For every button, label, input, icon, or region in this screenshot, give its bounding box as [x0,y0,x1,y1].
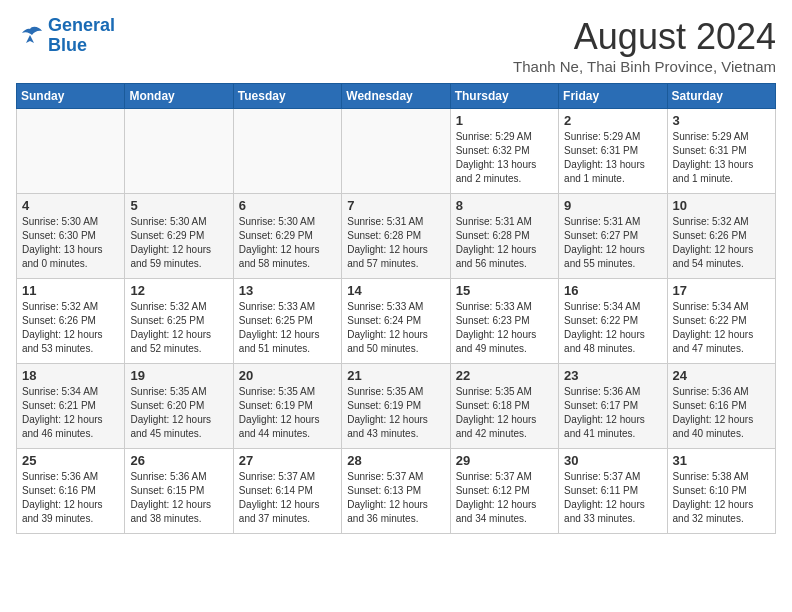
calendar-cell: 4Sunrise: 5:30 AM Sunset: 6:30 PM Daylig… [17,194,125,279]
day-number: 29 [456,453,553,468]
day-info: Sunrise: 5:37 AM Sunset: 6:14 PM Dayligh… [239,470,336,526]
day-number: 21 [347,368,444,383]
day-number: 30 [564,453,661,468]
calendar-cell: 18Sunrise: 5:34 AM Sunset: 6:21 PM Dayli… [17,364,125,449]
logo-line2: Blue [48,35,87,55]
day-info: Sunrise: 5:37 AM Sunset: 6:13 PM Dayligh… [347,470,444,526]
calendar-cell: 31Sunrise: 5:38 AM Sunset: 6:10 PM Dayli… [667,449,775,534]
week-row-3: 11Sunrise: 5:32 AM Sunset: 6:26 PM Dayli… [17,279,776,364]
day-number: 2 [564,113,661,128]
day-number: 24 [673,368,770,383]
day-number: 16 [564,283,661,298]
day-number: 1 [456,113,553,128]
title-area: August 2024 Thanh Ne, Thai Binh Province… [513,16,776,75]
day-info: Sunrise: 5:37 AM Sunset: 6:12 PM Dayligh… [456,470,553,526]
day-number: 28 [347,453,444,468]
day-number: 23 [564,368,661,383]
calendar-cell: 26Sunrise: 5:36 AM Sunset: 6:15 PM Dayli… [125,449,233,534]
day-number: 12 [130,283,227,298]
day-number: 25 [22,453,119,468]
day-info: Sunrise: 5:36 AM Sunset: 6:16 PM Dayligh… [673,385,770,441]
day-info: Sunrise: 5:35 AM Sunset: 6:19 PM Dayligh… [239,385,336,441]
day-number: 27 [239,453,336,468]
calendar-cell: 29Sunrise: 5:37 AM Sunset: 6:12 PM Dayli… [450,449,558,534]
header-wednesday: Wednesday [342,84,450,109]
week-row-5: 25Sunrise: 5:36 AM Sunset: 6:16 PM Dayli… [17,449,776,534]
calendar-cell: 3Sunrise: 5:29 AM Sunset: 6:31 PM Daylig… [667,109,775,194]
day-number: 10 [673,198,770,213]
week-row-2: 4Sunrise: 5:30 AM Sunset: 6:30 PM Daylig… [17,194,776,279]
day-info: Sunrise: 5:32 AM Sunset: 6:26 PM Dayligh… [22,300,119,356]
day-info: Sunrise: 5:32 AM Sunset: 6:25 PM Dayligh… [130,300,227,356]
calendar-cell: 23Sunrise: 5:36 AM Sunset: 6:17 PM Dayli… [559,364,667,449]
day-number: 4 [22,198,119,213]
day-number: 3 [673,113,770,128]
day-info: Sunrise: 5:30 AM Sunset: 6:30 PM Dayligh… [22,215,119,271]
calendar-cell: 1Sunrise: 5:29 AM Sunset: 6:32 PM Daylig… [450,109,558,194]
calendar-cell [17,109,125,194]
calendar-cell: 12Sunrise: 5:32 AM Sunset: 6:25 PM Dayli… [125,279,233,364]
calendar-cell: 27Sunrise: 5:37 AM Sunset: 6:14 PM Dayli… [233,449,341,534]
header-row: SundayMondayTuesdayWednesdayThursdayFrid… [17,84,776,109]
header-tuesday: Tuesday [233,84,341,109]
day-number: 19 [130,368,227,383]
day-info: Sunrise: 5:31 AM Sunset: 6:28 PM Dayligh… [456,215,553,271]
day-info: Sunrise: 5:29 AM Sunset: 6:31 PM Dayligh… [673,130,770,186]
day-number: 31 [673,453,770,468]
calendar-cell: 5Sunrise: 5:30 AM Sunset: 6:29 PM Daylig… [125,194,233,279]
calendar-cell [125,109,233,194]
day-info: Sunrise: 5:35 AM Sunset: 6:20 PM Dayligh… [130,385,227,441]
day-number: 9 [564,198,661,213]
day-number: 5 [130,198,227,213]
calendar-cell: 28Sunrise: 5:37 AM Sunset: 6:13 PM Dayli… [342,449,450,534]
day-info: Sunrise: 5:33 AM Sunset: 6:24 PM Dayligh… [347,300,444,356]
day-info: Sunrise: 5:35 AM Sunset: 6:18 PM Dayligh… [456,385,553,441]
day-info: Sunrise: 5:36 AM Sunset: 6:16 PM Dayligh… [22,470,119,526]
day-number: 22 [456,368,553,383]
calendar-cell: 11Sunrise: 5:32 AM Sunset: 6:26 PM Dayli… [17,279,125,364]
calendar-cell: 7Sunrise: 5:31 AM Sunset: 6:28 PM Daylig… [342,194,450,279]
calendar-cell: 22Sunrise: 5:35 AM Sunset: 6:18 PM Dayli… [450,364,558,449]
logo-line1: General [48,15,115,35]
day-info: Sunrise: 5:31 AM Sunset: 6:28 PM Dayligh… [347,215,444,271]
day-info: Sunrise: 5:36 AM Sunset: 6:15 PM Dayligh… [130,470,227,526]
day-number: 18 [22,368,119,383]
calendar-cell: 8Sunrise: 5:31 AM Sunset: 6:28 PM Daylig… [450,194,558,279]
calendar-cell: 21Sunrise: 5:35 AM Sunset: 6:19 PM Dayli… [342,364,450,449]
calendar-cell: 13Sunrise: 5:33 AM Sunset: 6:25 PM Dayli… [233,279,341,364]
month-year-title: August 2024 [513,16,776,58]
header-monday: Monday [125,84,233,109]
day-number: 6 [239,198,336,213]
day-info: Sunrise: 5:37 AM Sunset: 6:11 PM Dayligh… [564,470,661,526]
day-number: 14 [347,283,444,298]
header-thursday: Thursday [450,84,558,109]
day-number: 17 [673,283,770,298]
day-number: 20 [239,368,336,383]
logo: General Blue [16,16,115,56]
day-info: Sunrise: 5:34 AM Sunset: 6:22 PM Dayligh… [673,300,770,356]
header-saturday: Saturday [667,84,775,109]
calendar-cell: 20Sunrise: 5:35 AM Sunset: 6:19 PM Dayli… [233,364,341,449]
calendar-cell: 6Sunrise: 5:30 AM Sunset: 6:29 PM Daylig… [233,194,341,279]
day-number: 15 [456,283,553,298]
calendar-table: SundayMondayTuesdayWednesdayThursdayFrid… [16,83,776,534]
day-number: 8 [456,198,553,213]
day-info: Sunrise: 5:30 AM Sunset: 6:29 PM Dayligh… [239,215,336,271]
day-info: Sunrise: 5:30 AM Sunset: 6:29 PM Dayligh… [130,215,227,271]
day-info: Sunrise: 5:34 AM Sunset: 6:21 PM Dayligh… [22,385,119,441]
day-info: Sunrise: 5:36 AM Sunset: 6:17 PM Dayligh… [564,385,661,441]
day-info: Sunrise: 5:35 AM Sunset: 6:19 PM Dayligh… [347,385,444,441]
day-info: Sunrise: 5:31 AM Sunset: 6:27 PM Dayligh… [564,215,661,271]
calendar-cell: 16Sunrise: 5:34 AM Sunset: 6:22 PM Dayli… [559,279,667,364]
week-row-4: 18Sunrise: 5:34 AM Sunset: 6:21 PM Dayli… [17,364,776,449]
header-friday: Friday [559,84,667,109]
day-number: 13 [239,283,336,298]
day-info: Sunrise: 5:34 AM Sunset: 6:22 PM Dayligh… [564,300,661,356]
calendar-cell: 19Sunrise: 5:35 AM Sunset: 6:20 PM Dayli… [125,364,233,449]
calendar-cell: 15Sunrise: 5:33 AM Sunset: 6:23 PM Dayli… [450,279,558,364]
calendar-cell: 2Sunrise: 5:29 AM Sunset: 6:31 PM Daylig… [559,109,667,194]
calendar-cell [342,109,450,194]
calendar-cell: 9Sunrise: 5:31 AM Sunset: 6:27 PM Daylig… [559,194,667,279]
calendar-cell: 24Sunrise: 5:36 AM Sunset: 6:16 PM Dayli… [667,364,775,449]
day-info: Sunrise: 5:33 AM Sunset: 6:25 PM Dayligh… [239,300,336,356]
